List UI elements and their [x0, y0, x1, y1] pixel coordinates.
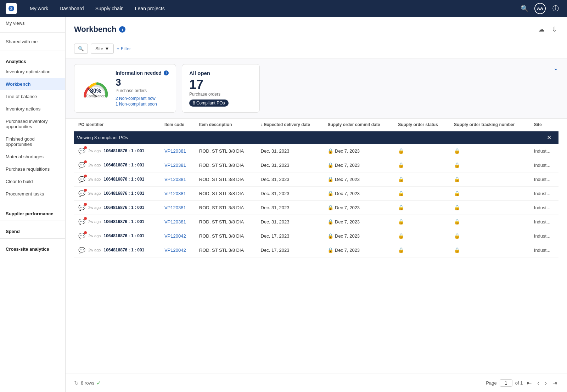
message-icon-container: 💬: [78, 190, 85, 197]
status-lock-icon: 🔒: [398, 148, 404, 154]
download-button[interactable]: ⇩: [550, 24, 558, 35]
nav-my-work[interactable]: My work: [26, 3, 52, 14]
page-actions: ☁ ⇩: [537, 24, 558, 35]
item-code-link[interactable]: VP120042: [164, 233, 186, 239]
prev-page-button[interactable]: ‹: [536, 379, 540, 388]
expand-button[interactable]: ⌄: [553, 64, 558, 72]
col-delivery-date[interactable]: ↓ Expected delivery date: [257, 119, 324, 131]
sidebar-supplier-perf-category[interactable]: Supplier performance: [0, 206, 65, 218]
svg-text:S: S: [10, 7, 13, 11]
sidebar-spend-category[interactable]: Spend: [0, 224, 65, 235]
page-number-input[interactable]: [500, 379, 512, 387]
viewing-banner-close[interactable]: ✕: [543, 134, 556, 141]
tracking-lock-icon: 🔒: [454, 233, 460, 239]
sidebar-item-inventory-actions[interactable]: Inventory actions: [0, 103, 65, 115]
help-icon[interactable]: ⓘ: [550, 3, 561, 14]
user-avatar[interactable]: AA: [534, 3, 546, 14]
item-code-cell[interactable]: VP120042: [160, 229, 195, 243]
page-info-icon[interactable]: i: [119, 26, 125, 33]
table-row[interactable]: 💬 2w ago 1064816876 : 1 : 001 VP120381RO…: [74, 200, 558, 215]
table-row[interactable]: 💬 2w ago 1064816876 : 1 : 001 VP120381RO…: [74, 186, 558, 200]
sidebar-item-finished-good[interactable]: Finished good opportunities: [0, 133, 65, 150]
first-page-button[interactable]: ⇤: [526, 378, 533, 388]
table-row[interactable]: 💬 2w ago 1064816876 : 1 : 001 VP120381RO…: [74, 215, 558, 229]
tracking-number-cell: 🔒: [450, 144, 530, 158]
search-button[interactable]: 🔍: [74, 44, 88, 54]
item-code-cell[interactable]: VP120381: [160, 172, 195, 186]
info-needed-info-icon[interactable]: i: [164, 70, 169, 75]
nav-lean-projects[interactable]: Lean projects: [131, 3, 169, 14]
item-code-cell[interactable]: VP120381: [160, 158, 195, 172]
item-code-link[interactable]: VP120381: [164, 148, 186, 154]
item-code-link[interactable]: VP120042: [164, 248, 186, 253]
sidebar-item-clear-to-build[interactable]: Clear to build: [0, 175, 65, 188]
lock-icon: 🔒: [327, 191, 333, 196]
status-lock-icon: 🔒: [398, 205, 404, 210]
page-title: Workbench i: [74, 25, 125, 34]
sidebar-item-material-shortages[interactable]: Material shortages: [0, 150, 65, 163]
sidebar-item-shared-with-me[interactable]: Shared with me: [0, 35, 65, 48]
sidebar-analytics-category[interactable]: Analytics: [0, 54, 65, 66]
commit-date-cell: 🔒 Dec 7, 2023: [323, 144, 394, 158]
item-code-cell[interactable]: VP120381: [160, 186, 195, 200]
col-site: Site: [530, 119, 558, 131]
item-code-cell[interactable]: VP120381: [160, 144, 195, 158]
po-identifier-cell: 💬 2w ago 1064816876 : 1 : 001: [74, 186, 160, 200]
sidebar-item-procurement-tasks[interactable]: Procurement tasks: [0, 188, 65, 200]
app-logo[interactable]: S: [6, 3, 17, 14]
compliant-badge[interactable]: 8 Compliant POs: [189, 100, 229, 107]
next-page-button[interactable]: ›: [544, 379, 548, 388]
pagination: Page of 1 ⇤ ‹ › ⇥: [486, 378, 558, 388]
item-code-cell[interactable]: VP120381: [160, 215, 195, 229]
table-row[interactable]: 💬 2w ago 1064816876 : 1 : 001 VP120042RO…: [74, 243, 558, 257]
lock-icon: 🔒: [327, 205, 333, 210]
po-identifier-cell: 💬 2w ago 1064816876 : 1 : 001: [74, 215, 160, 229]
sidebar-divider-2: [0, 51, 65, 51]
search-icon[interactable]: 🔍: [519, 3, 530, 14]
item-code-link[interactable]: VP120381: [164, 177, 186, 182]
commit-date-cell: 🔒 Dec 7, 2023: [323, 243, 394, 257]
table-row[interactable]: 💬 2w ago 1064816876 : 1 : 001 VP120381RO…: [74, 172, 558, 186]
alert-non-compliant-soon[interactable]: 1 Non-compliant soon: [116, 102, 169, 107]
tracking-lock-icon: 🔒: [454, 219, 460, 225]
sidebar-item-purchased-inventory[interactable]: Purchased inventory opportunities: [0, 115, 65, 133]
sidebar-item-purchase-requisitions[interactable]: Purchase requisitions: [0, 163, 65, 175]
filter-bar: 🔍 Site ▼ + Filter: [66, 39, 567, 58]
lock-icon: 🔒: [327, 162, 333, 168]
status-lock-icon: 🔒: [398, 191, 404, 196]
item-code-link[interactable]: VP120381: [164, 205, 186, 210]
sidebar-cross-site-category[interactable]: Cross-site analytics: [0, 242, 65, 253]
item-code-link[interactable]: VP120381: [164, 163, 186, 168]
sidebar-item-my-views[interactable]: My views: [0, 17, 65, 29]
alert-non-compliant-now[interactable]: 2 Non-compliant now: [116, 96, 169, 101]
status-lock-icon: 🔒: [398, 219, 404, 225]
nav-supply-chain[interactable]: Supply chain: [91, 3, 128, 14]
item-code-link[interactable]: VP120381: [164, 191, 186, 196]
tracking-lock-icon: 🔒: [454, 148, 460, 154]
nav-dashboard[interactable]: Dashboard: [55, 3, 88, 14]
table-row[interactable]: 💬 2w ago 1064816876 : 1 : 001 VP120042RO…: [74, 229, 558, 243]
page-label: Page: [486, 380, 496, 386]
viewing-banner: Viewing 8 compliant POs ✕: [74, 131, 558, 144]
upload-button[interactable]: ☁: [537, 24, 546, 35]
compliance-gauge: 80% Compliance: [82, 79, 110, 98]
viewing-banner-row: Viewing 8 compliant POs ✕: [74, 131, 558, 144]
po-identifier-cell: 💬 2w ago 1064816876 : 1 : 001: [74, 229, 160, 243]
main-layout: My views Shared with me Analytics Invent…: [0, 17, 567, 392]
sidebar-item-inventory-optimization[interactable]: Inventory optimization: [0, 66, 65, 78]
sidebar-item-workbench[interactable]: Workbench: [0, 78, 65, 90]
last-page-button[interactable]: ⇥: [551, 378, 558, 388]
time-ago: 2w ago: [88, 234, 101, 238]
table-row[interactable]: 💬 2w ago 1064816876 : 1 : 001 VP120381RO…: [74, 158, 558, 172]
all-open-card: All open 17 Purchase orders 8 Compliant …: [182, 64, 260, 113]
add-filter-button[interactable]: + Filter: [117, 46, 131, 51]
order-status-cell: 🔒: [394, 158, 450, 172]
site-filter-button[interactable]: Site ▼: [91, 44, 114, 54]
sidebar-item-line-of-balance[interactable]: Line of balance: [0, 90, 65, 103]
commit-date-cell: 🔒 Dec 7, 2023: [323, 215, 394, 229]
item-code-cell[interactable]: VP120381: [160, 200, 195, 215]
refresh-icon[interactable]: ↻: [74, 380, 79, 386]
table-row[interactable]: 💬 2w ago 1064816876 : 1 : 001 VP120381RO…: [74, 144, 558, 158]
item-code-link[interactable]: VP120381: [164, 219, 186, 225]
item-code-cell[interactable]: VP120042: [160, 243, 195, 257]
